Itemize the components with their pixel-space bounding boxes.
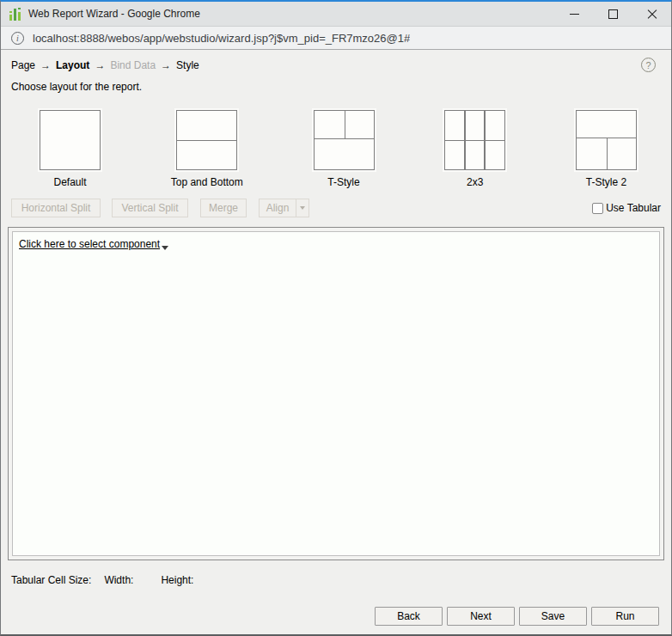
window-title: Web Report Wizard - Google Chrome xyxy=(28,8,200,20)
layout-label: T-Style xyxy=(327,176,359,188)
thumb-divider xyxy=(464,111,466,169)
thumb-divider xyxy=(445,140,504,141)
layout-thumbnail-default xyxy=(40,110,101,170)
layout-options: Default Top and Bottom T-Style xyxy=(1,110,671,188)
layout-toolbar: Horizontal Split Vertical Split Merge Al… xyxy=(11,199,661,217)
select-component-label: Click here to select component xyxy=(19,238,160,250)
url-text[interactable]: localhost:8888/webos/app/webstudio/wizar… xyxy=(33,32,410,45)
close-button[interactable] xyxy=(632,2,671,26)
breadcrumb: Page → Layout → Bind Data → Style ? xyxy=(11,58,656,72)
layout-option-t-style-2[interactable]: T-Style 2 xyxy=(576,110,637,188)
breadcrumb-arrow-icon: → xyxy=(40,59,51,71)
layout-label: 2x3 xyxy=(467,176,483,188)
run-button[interactable]: Run xyxy=(591,607,659,626)
url-bar[interactable]: i localhost:8888/webos/app/webstudio/wiz… xyxy=(1,26,671,50)
thumb-divider xyxy=(177,140,236,141)
wizard-body: Page → Layout → Bind Data → Style ? Choo… xyxy=(1,50,671,634)
save-button[interactable]: Save xyxy=(519,607,587,626)
layout-thumbnail-t-style-2 xyxy=(576,110,637,170)
info-icon[interactable]: i xyxy=(11,32,24,45)
help-icon[interactable]: ? xyxy=(641,58,656,72)
height-label: Height: xyxy=(161,574,193,586)
layout-option-top-and-bottom[interactable]: Top and Bottom xyxy=(171,110,243,188)
next-button[interactable]: Next xyxy=(447,607,515,626)
thumb-divider xyxy=(484,111,486,169)
report-canvas-frame: Click here to select component xyxy=(8,227,664,560)
chevron-down-icon xyxy=(300,206,305,210)
layout-label: Default xyxy=(53,176,86,188)
layout-option-t-style[interactable]: T-Style xyxy=(314,110,375,188)
vertical-split-button[interactable]: Vertical Split xyxy=(112,199,188,217)
tabular-cell-size-label: Tabular Cell Size: xyxy=(11,574,91,586)
use-tabular-checkbox[interactable] xyxy=(592,203,603,214)
close-icon xyxy=(647,9,657,19)
layout-option-2x3[interactable]: 2x3 xyxy=(444,110,505,188)
horizontal-split-button[interactable]: Horizontal Split xyxy=(11,199,101,217)
thumb-divider xyxy=(607,138,608,169)
use-tabular-label: Use Tabular xyxy=(606,202,661,214)
report-canvas[interactable]: Click here to select component xyxy=(12,231,660,556)
thumb-divider xyxy=(315,138,374,139)
layout-option-default[interactable]: Default xyxy=(40,110,101,188)
step-bind-data: Bind Data xyxy=(110,59,156,71)
width-label: Width: xyxy=(104,574,133,586)
step-layout[interactable]: Layout xyxy=(56,59,89,71)
back-button[interactable]: Back xyxy=(375,607,443,626)
align-dropdown-button[interactable] xyxy=(296,199,309,217)
minimize-button[interactable] xyxy=(555,2,594,26)
page-subtitle: Choose layout for the report. xyxy=(11,81,661,93)
merge-button[interactable]: Merge xyxy=(200,199,247,217)
align-split-button: Align xyxy=(259,199,309,217)
select-component-link[interactable]: Click here to select component xyxy=(19,238,168,250)
align-button[interactable]: Align xyxy=(260,199,296,217)
chart-bars-favicon-icon xyxy=(9,7,21,21)
layout-thumbnail-2x3 xyxy=(444,110,505,170)
layout-label: Top and Bottom xyxy=(171,176,243,188)
use-tabular-control: Use Tabular xyxy=(592,202,661,214)
web-report-wizard-window: Web Report Wizard - Google Chrome i loca… xyxy=(0,0,672,636)
step-style[interactable]: Style xyxy=(176,59,199,71)
window-controls xyxy=(555,2,671,26)
thumb-divider xyxy=(345,111,345,138)
step-page[interactable]: Page xyxy=(11,59,35,71)
maximize-icon xyxy=(608,9,618,19)
layout-label: T-Style 2 xyxy=(586,176,626,188)
title-bar: Web Report Wizard - Google Chrome xyxy=(1,2,671,26)
layout-thumbnail-t-style xyxy=(314,110,375,170)
minimize-icon xyxy=(570,14,579,15)
layout-thumbnail-top-and-bottom xyxy=(176,110,237,170)
breadcrumb-arrow-icon: → xyxy=(161,59,171,71)
footer-actions: Back Next Save Run xyxy=(1,607,671,626)
dropdown-caret-icon xyxy=(162,246,168,250)
maximize-button[interactable] xyxy=(594,2,632,26)
breadcrumb-arrow-icon: → xyxy=(95,59,105,71)
tabular-cell-size-row: Tabular Cell Size: Width: Height: xyxy=(11,574,661,586)
